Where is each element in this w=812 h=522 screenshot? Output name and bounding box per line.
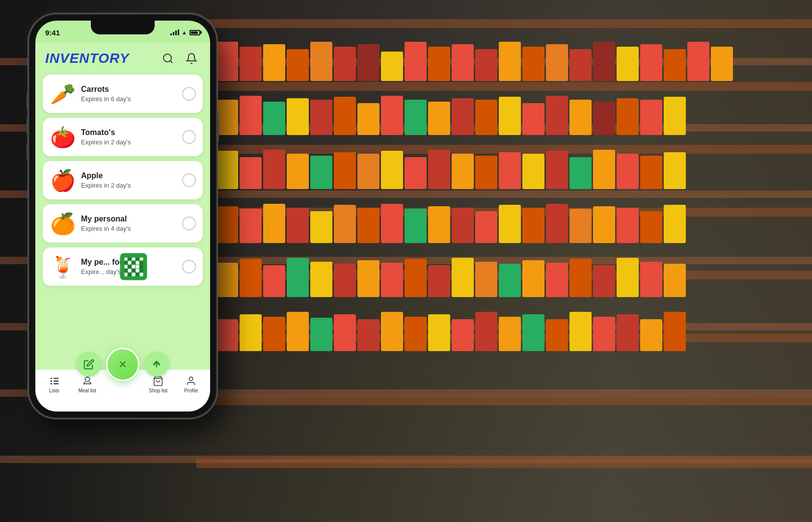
app-title: INVENTORY: [45, 51, 129, 66]
status-time: 9:41: [45, 27, 60, 37]
search-button[interactable]: [159, 50, 177, 67]
item-name-tomatoes: Tomato's: [81, 128, 177, 137]
fab-row: ×: [35, 348, 210, 381]
nav-label-profile: Profile: [184, 388, 198, 393]
item-expires-carrots: Expires in 6 day's: [81, 95, 177, 103]
list-item: 🥕 Carrots Expires in 6 day's: [43, 75, 203, 113]
sort-icon: [151, 359, 162, 370]
app-content: INVENTORY: [35, 42, 210, 412]
item-checkbox-carrots[interactable]: [182, 87, 196, 101]
battery-icon: [189, 30, 200, 35]
close-icon: ×: [119, 357, 127, 371]
bell-icon: [186, 53, 197, 64]
list-item: 🍹 My pe... food Expire... day's: [43, 247, 203, 286]
list-item: 🍎 Apple Expires in 2 day's: [43, 161, 203, 199]
app-header: INVENTORY: [35, 42, 210, 72]
bottom-navigation: ×: [35, 370, 210, 412]
item-info-carrots: Carrots Expires in 6 day's: [81, 85, 177, 103]
wifi-icon: ▲: [182, 29, 187, 35]
item-image-tomatoes: 🍅: [50, 124, 76, 150]
item-info-personal: My personal Expires in 4 day's: [81, 215, 177, 232]
nav-label-meal-list: Meal list: [78, 388, 96, 393]
sort-fab-button[interactable]: [144, 352, 169, 377]
status-icons: ▲: [170, 27, 200, 35]
header-icons: [159, 50, 200, 67]
qr-code-overlay[interactable]: [120, 253, 147, 280]
item-checkbox-personal[interactable]: [182, 217, 196, 230]
item-image-apple: 🍎: [50, 167, 76, 193]
phone-shell: 9:41 ▲ INVEN: [29, 15, 216, 417]
list-item: 🍅 Tomato's Expires in 2 day's: [43, 118, 203, 156]
edit-fab-button[interactable]: [77, 352, 101, 377]
item-expires-personal: Expires in 4 day's: [81, 225, 177, 232]
svg-line-1: [170, 61, 172, 63]
products-layer: [211, 29, 812, 522]
item-checkbox-apple[interactable]: [182, 173, 196, 187]
item-image-personal: 🍊: [50, 210, 76, 237]
item-info-apple: Apple Expires in 2 day's: [81, 171, 177, 189]
item-checkbox-food[interactable]: [182, 260, 196, 274]
search-icon: [162, 53, 174, 64]
list-item: 🍊 My personal Expires in 4 day's: [43, 204, 203, 243]
qr-pattern: [124, 257, 143, 276]
item-checkbox-tomatoes[interactable]: [182, 130, 196, 144]
item-expires-tomatoes: Expires in 2 day's: [81, 138, 177, 146]
item-name-personal: My personal: [81, 215, 177, 223]
item-name-apple: Apple: [81, 171, 177, 180]
item-name-carrots: Carrots: [81, 85, 177, 94]
phone-screen: 9:41 ▲ INVEN: [35, 21, 210, 412]
item-info-tomatoes: Tomato's Expires in 2 day's: [81, 128, 177, 146]
signal-bars: [170, 29, 179, 35]
item-image-carrots: 🥕: [50, 81, 76, 107]
nav-label-shop-list: Shop list: [149, 388, 167, 393]
phone-mockup: 9:41 ▲ INVEN: [29, 15, 216, 417]
item-expires-apple: Expires in 2 day's: [81, 182, 177, 189]
edit-icon: [83, 359, 94, 370]
phone-notch: [91, 21, 155, 34]
svg-point-0: [163, 54, 171, 62]
item-image-food: 🍹: [50, 253, 76, 280]
nav-label-lists: Lists: [49, 388, 59, 393]
close-fab-button[interactable]: ×: [106, 348, 139, 381]
bell-button[interactable]: [183, 50, 200, 67]
inventory-list: 🥕 Carrots Expires in 6 day's 🍅 Tomato's …: [35, 72, 210, 370]
